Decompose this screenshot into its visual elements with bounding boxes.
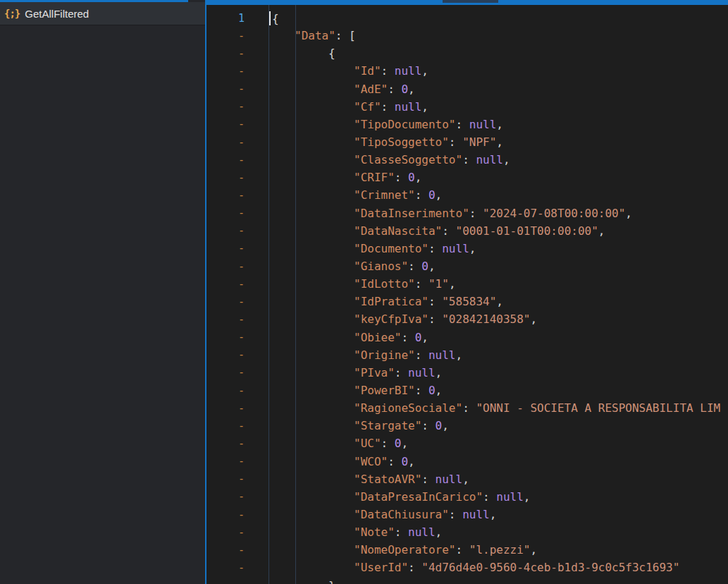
token-str: "NPF" [462, 135, 496, 149]
token-punc: , [530, 543, 537, 556]
code-text: "Origine": null, [250, 348, 462, 362]
token-punc: : [456, 543, 469, 556]
code-line[interactable]: -"DataInserimento": "2024-07-08T00:00:00… [206, 205, 728, 222]
code-text: } [250, 579, 335, 584]
token-kw: null [395, 100, 422, 114]
token-key: "Crimnet" [354, 188, 415, 202]
token-kw: null [469, 118, 497, 131]
code-line[interactable]: -"RagioneSociale": "ONNI - SOCIETA A RES… [206, 399, 728, 417]
code-line[interactable]: -{ [206, 44, 728, 62]
code-line[interactable]: -"PowerBI": 0, [206, 382, 728, 399]
code-line[interactable]: -"Documento": null, [206, 240, 728, 257]
token-str: "4d76d4e0-9560-4ceb-b1d3-9c0c5f3c1693" [421, 561, 679, 574]
wrap-marker: - [206, 455, 250, 468]
code-line[interactable]: -"DataPresaInCarico": null, [206, 488, 728, 506]
token-punc: , [462, 473, 469, 486]
code-line[interactable]: -"StatoAVR": null, [206, 470, 728, 488]
token-key: "Stargate" [354, 419, 421, 432]
code-line[interactable]: -"ClasseSoggetto": null, [206, 151, 728, 169]
code-area[interactable]: 1{-"Data": [-{-"Id": null,-"AdE": 0,-"Cf… [206, 5, 728, 584]
token-punc: , [436, 525, 443, 539]
code-text: "UserId": "4d76d4e0-9560-4ceb-b1d3-9c0c5… [250, 561, 679, 574]
token-punc: { [328, 47, 335, 60]
token-key: "StatoAVR" [354, 473, 421, 486]
code-line[interactable]: -"UC": 0, [206, 434, 728, 452]
token-punc: : [428, 295, 442, 308]
token-punc: : [415, 277, 428, 291]
token-punc: : [456, 118, 469, 131]
token-key: "Origine" [354, 348, 415, 362]
token-punc: , [449, 277, 456, 291]
code-text: "Id": null, [250, 64, 428, 78]
wrap-marker: - [206, 189, 250, 202]
editor-pane: 1{-"Data": [-{-"Id": null,-"AdE": 0,-"Cf… [205, 0, 728, 584]
token-key: "ClasseSoggetto" [354, 153, 462, 166]
code-line[interactable]: 1{ [206, 9, 728, 27]
code-text: "NomeOperatore": "l.pezzi", [250, 543, 537, 556]
token-key: "keyCfpIva" [354, 312, 428, 326]
wrap-marker: - [206, 509, 250, 521]
code-line[interactable]: -"Crimnet": 0, [206, 186, 728, 204]
token-punc: : [395, 366, 408, 379]
code-text: "TipoDocumento": null, [250, 118, 503, 131]
wrap-marker: - [206, 154, 250, 166]
token-kw: null [395, 64, 422, 78]
token-punc: : [395, 171, 408, 184]
code-line[interactable]: -} [206, 577, 728, 584]
code-line[interactable]: -"Gianos": 0, [206, 257, 728, 275]
code-lines: 1{-"Data": [-{-"Id": null,-"AdE": 0,-"Cf… [206, 9, 728, 584]
code-line[interactable]: -"DataChiusura": null, [206, 506, 728, 523]
code-line[interactable]: -"Note": null, [206, 523, 728, 541]
code-line[interactable]: -"TipoSoggetto": "NPF", [206, 133, 728, 151]
wrap-marker: - [206, 579, 250, 584]
code-line[interactable]: -"Obiee": 0, [206, 329, 728, 346]
token-punc: : [388, 83, 401, 96]
code-line[interactable]: -"UserId": "4d76d4e0-9560-4ceb-b1d3-9c0c… [206, 559, 728, 576]
json-braces-icon: {;} [4, 8, 20, 19]
code-line[interactable]: -"keyCfpIva": "02842140358", [206, 310, 728, 328]
scrollbar-thumb[interactable] [443, 0, 498, 3]
code-text: "Cf": null, [250, 100, 428, 114]
token-key: "DataNascita" [354, 224, 442, 238]
token-punc: , [456, 348, 463, 362]
editor-top-accent [206, 0, 728, 5]
wrap-marker: - [206, 171, 250, 184]
sidebar-item-getallfiltered[interactable]: {;} GetAllFiltered [0, 2, 205, 25]
code-line[interactable]: -"Cf": null, [206, 98, 728, 116]
token-punc: : [395, 525, 408, 539]
sidebar: {;} GetAllFiltered [0, 0, 205, 584]
code-line[interactable]: -"AdE": 0, [206, 80, 728, 98]
wrap-marker: - [206, 490, 250, 503]
code-line[interactable]: -"Id": null, [206, 62, 728, 80]
wrap-marker: - [206, 348, 250, 361]
code-text: "ClasseSoggetto": null, [250, 153, 510, 166]
token-num: 0 [408, 171, 415, 184]
token-kw: null [496, 490, 524, 504]
token-key: "DataPresaInCarico" [354, 490, 483, 504]
wrap-marker: - [206, 473, 250, 485]
code-line[interactable]: -"TipoDocumento": null, [206, 116, 728, 133]
code-line[interactable]: -"PIva": null, [206, 364, 728, 382]
token-key: "UserId" [354, 561, 408, 574]
code-line[interactable]: -"NomeOperatore": "l.pezzi", [206, 541, 728, 559]
token-key: "Obiee" [354, 331, 401, 344]
code-line[interactable]: -"Origine": null, [206, 346, 728, 364]
code-line[interactable]: -"WCO": 0, [206, 453, 728, 470]
code-text: { [250, 11, 279, 25]
code-line[interactable]: -"CRIF": 0, [206, 169, 728, 186]
code-line[interactable]: -"IdLotto": "1", [206, 275, 728, 293]
token-key: "UC" [354, 437, 381, 450]
code-text: "TipoSoggetto": "NPF", [250, 135, 503, 149]
code-line[interactable]: -"Stargate": 0, [206, 417, 728, 434]
token-str: "585834" [442, 295, 496, 308]
request-name-label: GetAllFiltered [25, 8, 89, 20]
wrap-marker: - [206, 561, 250, 574]
code-line[interactable]: -"Data": [ [206, 27, 728, 44]
token-punc: : [442, 224, 455, 238]
token-key: "Gianos" [354, 260, 408, 273]
token-punc: : [469, 207, 483, 220]
code-line[interactable]: -"IdPratica": "585834", [206, 293, 728, 310]
code-line[interactable]: -"DataNascita": "0001-01-01T00:00:00", [206, 222, 728, 240]
token-punc: : [401, 331, 414, 344]
token-punc: : [388, 455, 401, 468]
